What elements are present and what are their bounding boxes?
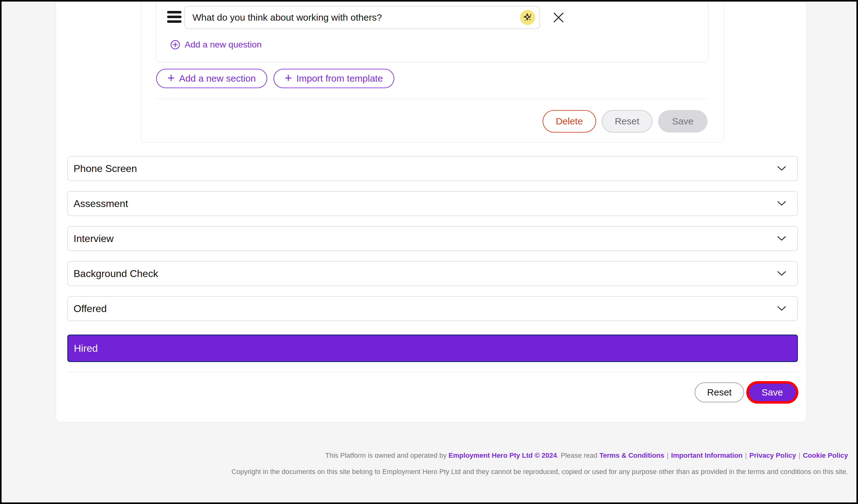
owner-link[interactable]: Employment Hero Pty Ltd © 2024	[448, 452, 557, 459]
footer-copyright-line: Copyright in the documents on this site …	[2, 467, 848, 476]
delete-button[interactable]: Delete	[543, 110, 596, 133]
question-row: What do you think about working with oth…	[167, 6, 699, 30]
plus-icon: +	[168, 71, 175, 84]
question-text: What do you think about working with oth…	[192, 12, 520, 23]
import-template-label: Import from template	[296, 73, 383, 84]
save-button-disabled[interactable]: Save	[658, 110, 708, 133]
section-editor-card: What do you think about working with oth…	[141, 0, 724, 143]
page-save-button-highlighted[interactable]: Save	[746, 381, 798, 404]
import-template-button[interactable]: + Import from template	[273, 69, 394, 88]
screenshot-frame: What do you think about working with oth…	[0, 0, 858, 504]
stage-accordion-background-check[interactable]: Background Check	[67, 261, 798, 286]
page-divider	[67, 372, 798, 372]
ai-sparkle-button[interactable]	[520, 10, 535, 25]
reset-button[interactable]: Reset	[602, 110, 652, 133]
add-question-link[interactable]: Add a new question	[170, 40, 261, 50]
chevron-down-icon	[777, 166, 786, 171]
stage-label: Assessment	[74, 198, 777, 210]
stage-accordion-phone-screen[interactable]: Phone Screen	[67, 156, 798, 181]
remove-question-icon[interactable]	[552, 11, 565, 24]
stage-accordion-offered[interactable]: Offered	[67, 296, 798, 321]
page-background: What do you think about working with oth…	[2, 2, 856, 502]
privacy-policy-link[interactable]: Privacy Policy	[749, 452, 796, 459]
card-action-bar: Delete Reset Save	[543, 110, 708, 133]
question-input[interactable]: What do you think about working with oth…	[184, 6, 540, 29]
chevron-down-icon	[777, 271, 786, 276]
terms-conditions-link[interactable]: Terms & Conditions	[599, 452, 664, 459]
add-question-label: Add a new question	[185, 40, 261, 50]
footer-separator: |	[796, 452, 803, 459]
chevron-down-icon	[777, 306, 786, 311]
section-toolbar: + Add a new section + Import from templa…	[156, 69, 394, 88]
footer-separator: |	[743, 452, 749, 459]
stage-accordion-interview[interactable]: Interview	[67, 226, 798, 251]
stage-label: Interview	[74, 233, 777, 244]
cookie-policy-link[interactable]: Cookie Policy	[803, 452, 848, 459]
plus-circle-icon	[170, 40, 180, 50]
page-reset-button[interactable]: Reset	[695, 383, 744, 402]
sparkles-icon	[522, 12, 533, 23]
footer-legal-line: This Platform is owned and operated by E…	[2, 451, 848, 460]
important-information-link[interactable]: Important Information	[671, 452, 743, 459]
stage-label: Background Check	[74, 268, 777, 279]
footer-text: . Please read	[557, 452, 600, 459]
question-list-card: What do you think about working with oth…	[156, 0, 709, 62]
footer-text: This Platform is owned and operated by	[325, 452, 449, 459]
chevron-down-icon	[777, 201, 786, 206]
footer: This Platform is owned and operated by E…	[2, 451, 848, 476]
stage-accordion-hired-selected[interactable]: Hired	[67, 335, 798, 362]
plus-icon: +	[285, 71, 292, 84]
stage-label: Hired	[74, 343, 786, 354]
drag-handle-icon[interactable]	[167, 11, 181, 25]
add-section-button[interactable]: + Add a new section	[156, 69, 267, 88]
card-divider	[156, 99, 708, 99]
add-section-label: Add a new section	[179, 73, 256, 84]
stage-accordion-assessment[interactable]: Assessment	[67, 191, 798, 216]
stage-label: Offered	[74, 303, 777, 314]
footer-separator: |	[664, 452, 671, 459]
chevron-down-icon	[777, 236, 786, 241]
stage-label: Phone Screen	[74, 163, 777, 175]
